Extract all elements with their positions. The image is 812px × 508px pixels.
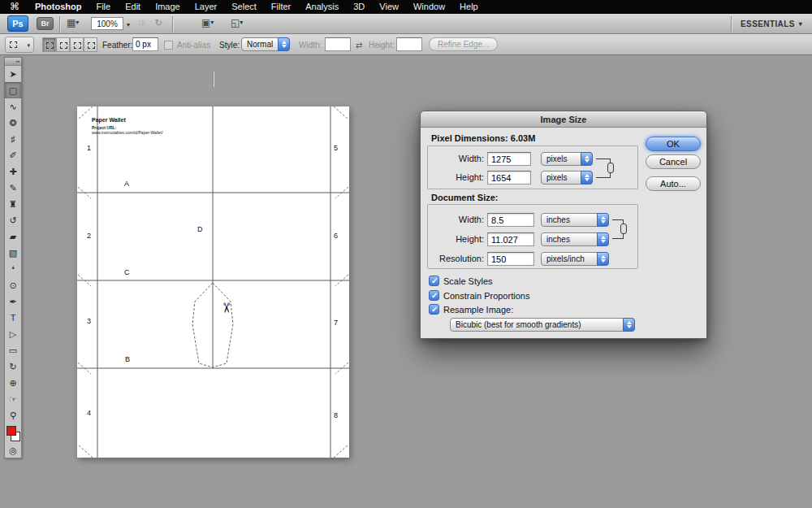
screen-mode-button[interactable]: ◱▾: [231, 17, 243, 28]
swap-dimensions-icon[interactable]: ⇄: [356, 41, 362, 50]
cancel-button[interactable]: Cancel: [646, 154, 701, 169]
tool-preset-picker[interactable]: ▾: [5, 37, 34, 53]
constrain-proportions-label: Constrain Proportions: [443, 291, 529, 301]
color-swatches: [5, 423, 21, 445]
height-input[interactable]: [396, 37, 422, 51]
menu-item-select[interactable]: Select: [224, 0, 264, 14]
rotate-view-button[interactable]: ↻: [154, 17, 162, 28]
eraser-tool[interactable]: ▰: [5, 228, 21, 245]
intersect-selection-button[interactable]: [84, 37, 97, 52]
menu-item-view[interactable]: View: [372, 0, 406, 14]
resolution-unit-select[interactable]: pixels/inch: [541, 252, 609, 266]
scale-styles-checkbox[interactable]: [429, 276, 439, 286]
panel-letter-d: D: [197, 225, 203, 233]
doc-height-unit-select[interactable]: inches: [541, 232, 609, 246]
quick-selection-tool[interactable]: ❂: [5, 115, 21, 131]
clone-stamp-tool[interactable]: ♜: [5, 196, 21, 212]
path-selection-tool[interactable]: ▷: [5, 326, 21, 342]
menu-item-help[interactable]: Help: [452, 0, 486, 14]
eyedropper-tool[interactable]: ✐: [5, 147, 21, 163]
auto-button[interactable]: Auto...: [646, 176, 701, 191]
foreground-color-swatch[interactable]: [6, 426, 16, 436]
new-selection-button[interactable]: [42, 37, 56, 52]
panel-number-1: 1: [87, 144, 91, 152]
anti-alias-checkbox[interactable]: [164, 41, 173, 50]
resolution-input[interactable]: [487, 252, 534, 266]
resample-method-value: Bicubic (best for smooth gradients): [456, 320, 620, 329]
page-title: Paper Wallet: [92, 117, 126, 123]
resample-image-checkbox[interactable]: [429, 304, 439, 315]
move-tool[interactable]: ➤: [5, 66, 21, 82]
arrange-icon: ▣: [201, 17, 210, 28]
crop-tool[interactable]: ♯: [5, 131, 21, 147]
type-tool[interactable]: T: [5, 310, 21, 326]
eyedropper-icon: ✐: [9, 150, 16, 160]
pixel-width-unit-select[interactable]: pixels: [541, 152, 593, 166]
menu-item-filter[interactable]: Filter: [264, 0, 298, 14]
pen-tool-icon: ✒: [9, 297, 16, 306]
spot-healing-brush-tool[interactable]: ✚: [5, 163, 21, 180]
pixel-height-input[interactable]: [487, 171, 531, 185]
menu-item-file[interactable]: File: [89, 0, 118, 14]
doc-height-label: Height:: [425, 234, 484, 244]
style-select[interactable]: Normal: [241, 37, 290, 51]
lasso-tool[interactable]: ∿: [5, 98, 21, 115]
doc-height-input[interactable]: [487, 232, 534, 246]
zoom-tool[interactable]: ⚲: [5, 407, 21, 423]
healing-brush-icon: ✚: [9, 167, 16, 176]
popup-arrows-icon: [278, 37, 290, 51]
menu-item-window[interactable]: Window: [406, 0, 452, 14]
crop-tool-icon: ♯: [11, 134, 15, 144]
history-brush-tool[interactable]: ↺: [5, 212, 21, 228]
blur-tool[interactable]: ❛: [5, 261, 21, 277]
tools-panel-header[interactable]: [5, 58, 21, 66]
document-canvas[interactable]: Paper Wallet Project URL: www.instructab…: [77, 106, 349, 458]
bridge-launch-button[interactable]: Br: [37, 17, 54, 30]
ok-button[interactable]: OK: [646, 137, 701, 151]
menu-item-image[interactable]: Image: [148, 0, 188, 14]
add-to-selection-button[interactable]: [56, 37, 70, 52]
application-bar: Ps Br ▦▾ 100% ▾ ☞ ↻ ▣▾ ◱▾ ESSENTIALS▾: [0, 14, 812, 34]
menu-item-layer[interactable]: Layer: [188, 0, 225, 14]
pixel-height-unit-select[interactable]: pixels: [541, 171, 593, 185]
clone-stamp-icon: ♜: [9, 199, 17, 209]
3d-orbit-icon: ⊕: [9, 378, 16, 388]
rectangle-tool[interactable]: ▭: [5, 342, 21, 358]
doc-width-unit-select[interactable]: inches: [541, 213, 609, 227]
3d-rotate-tool[interactable]: ↻: [5, 358, 21, 375]
chevron-down-icon: ▾: [27, 42, 30, 49]
subtract-from-selection-button[interactable]: [70, 37, 84, 52]
pixel-width-input[interactable]: [487, 152, 531, 166]
feather-input[interactable]: [132, 37, 158, 51]
scissors-icon: ✂: [218, 302, 235, 313]
arrange-documents-button[interactable]: ▣▾: [201, 17, 214, 28]
menu-item-3d[interactable]: 3D: [346, 0, 372, 14]
width-input[interactable]: [325, 37, 351, 51]
zoom-caret-icon[interactable]: ▾: [127, 21, 130, 28]
3d-orbit-tool[interactable]: ⊕: [5, 375, 21, 391]
apple-menu-icon[interactable]: ⌘: [0, 0, 28, 14]
brush-tool-icon: ✎: [9, 183, 16, 193]
zoom-tool-icon: ⚲: [10, 410, 16, 420]
chain-link-icon: [607, 163, 614, 173]
zoom-level-field[interactable]: 100%: [91, 17, 123, 30]
refine-edge-button[interactable]: Refine Edge...: [429, 37, 498, 51]
pen-tool[interactable]: ✒: [5, 293, 21, 310]
menu-item-analysis[interactable]: Analysis: [298, 0, 346, 14]
workspace-switcher[interactable]: ESSENTIALS▾: [741, 20, 802, 28]
menu-item-photoshop[interactable]: Photoshop: [28, 0, 89, 14]
view-extras-button[interactable]: ▦▾: [67, 17, 79, 28]
hand-tool-button[interactable]: ☞: [138, 17, 147, 28]
dialog-title-bar[interactable]: Image Size: [421, 111, 706, 128]
rectangular-marquee-tool[interactable]: ▢: [5, 82, 21, 98]
doc-width-input[interactable]: [487, 213, 534, 227]
quick-mask-button[interactable]: ◎: [5, 445, 21, 458]
resample-method-select[interactable]: Bicubic (best for smooth gradients): [450, 318, 635, 332]
gradient-tool[interactable]: ▧: [5, 245, 21, 261]
chain-link-icon: [620, 224, 627, 234]
hand-tool[interactable]: ☞: [5, 391, 21, 407]
constrain-proportions-checkbox[interactable]: [429, 290, 439, 301]
brush-tool[interactable]: ✎: [5, 180, 21, 196]
menu-item-edit[interactable]: Edit: [118, 0, 148, 14]
dodge-tool[interactable]: ⊙: [5, 277, 21, 293]
